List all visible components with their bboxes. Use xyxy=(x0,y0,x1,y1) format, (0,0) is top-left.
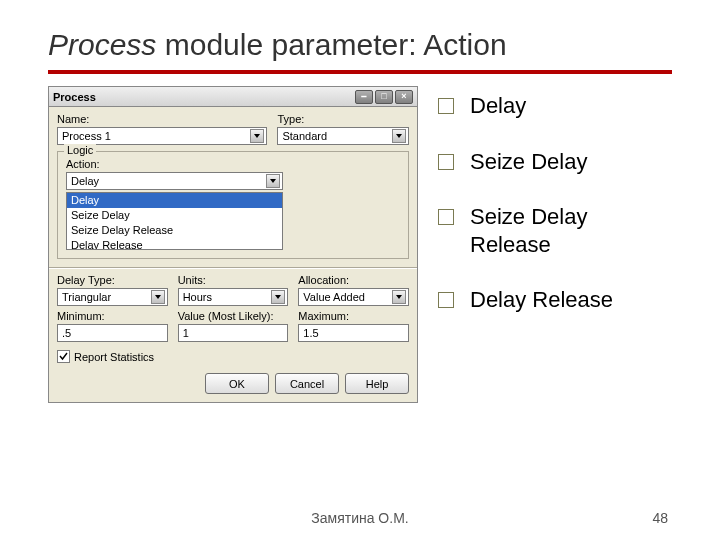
footer-page: 48 xyxy=(652,510,668,526)
units-field[interactable]: Hours xyxy=(178,288,289,306)
title-word1: Process xyxy=(48,28,156,61)
type-label: Type: xyxy=(277,113,409,125)
name-field[interactable]: Process 1 xyxy=(57,127,267,145)
bullet-box-icon xyxy=(438,98,454,114)
type-field[interactable]: Standard xyxy=(277,127,409,145)
allocation-field[interactable]: Value Added xyxy=(298,288,409,306)
logic-group: Logic Action: Delay Delay Seize Delay Se… xyxy=(57,151,409,259)
help-button[interactable]: Help xyxy=(345,373,409,394)
action-option-seize-delay[interactable]: Seize Delay xyxy=(67,208,282,223)
dialog-title: Process xyxy=(53,91,96,103)
action-value: Delay xyxy=(71,175,99,187)
chevron-down-icon xyxy=(271,290,285,304)
check-icon xyxy=(59,352,68,361)
report-stats-checkbox[interactable] xyxy=(57,350,70,363)
delay-type-label: Delay Type: xyxy=(57,274,168,286)
title-word3: parameter: Action xyxy=(271,28,506,61)
divider xyxy=(49,267,417,268)
bullet-box-icon xyxy=(438,154,454,170)
action-option-seize-delay-release[interactable]: Seize Delay Release xyxy=(67,223,282,238)
close-button[interactable]: × xyxy=(395,90,413,104)
minimum-field[interactable]: .5 xyxy=(57,324,168,342)
name-value: Process 1 xyxy=(62,130,111,142)
bullet-seize-delay: Seize Delay xyxy=(438,148,672,176)
action-dropdown-list[interactable]: Delay Seize Delay Seize Delay Release De… xyxy=(66,192,283,250)
report-stats-label: Report Statistics xyxy=(74,351,154,363)
name-label: Name: xyxy=(57,113,267,125)
chevron-down-icon xyxy=(392,129,406,143)
minimize-button[interactable]: ‒ xyxy=(355,90,373,104)
ok-button[interactable]: OK xyxy=(205,373,269,394)
most-likely-label: Value (Most Likely): xyxy=(178,310,289,322)
allocation-value: Value Added xyxy=(303,291,365,303)
action-label: Action: xyxy=(66,158,400,170)
maximum-field[interactable]: 1.5 xyxy=(298,324,409,342)
action-option-delay[interactable]: Delay xyxy=(67,193,282,208)
minimum-label: Minimum: xyxy=(57,310,168,322)
chevron-down-icon xyxy=(250,129,264,143)
bullet-box-icon xyxy=(438,209,454,225)
action-option-delay-release[interactable]: Delay Release xyxy=(67,238,282,250)
allocation-label: Allocation: xyxy=(298,274,409,286)
chevron-down-icon xyxy=(151,290,165,304)
process-dialog: Process ‒ □ × Name: Process 1 xyxy=(48,86,418,403)
delay-type-value: Triangular xyxy=(62,291,111,303)
maximize-button[interactable]: □ xyxy=(375,90,393,104)
action-field[interactable]: Delay xyxy=(66,172,283,190)
slide-title: Process module parameter: Action xyxy=(48,28,672,62)
bullet-list: Delay Seize Delay Seize Delay Release De… xyxy=(438,86,672,403)
chevron-down-icon xyxy=(266,174,280,188)
logic-legend: Logic xyxy=(64,144,96,156)
footer-author: Замятина О.М. xyxy=(0,510,720,526)
chevron-down-icon xyxy=(392,290,406,304)
bullet-seize-delay-release: Seize Delay Release xyxy=(438,203,672,258)
units-value: Hours xyxy=(183,291,212,303)
cancel-button[interactable]: Cancel xyxy=(275,373,339,394)
bullet-delay: Delay xyxy=(438,92,672,120)
most-likely-field[interactable]: 1 xyxy=(178,324,289,342)
dialog-titlebar: Process ‒ □ × xyxy=(49,87,417,107)
bullet-box-icon xyxy=(438,292,454,308)
title-rule xyxy=(48,70,672,74)
maximum-label: Maximum: xyxy=(298,310,409,322)
type-value: Standard xyxy=(282,130,327,142)
delay-type-field[interactable]: Triangular xyxy=(57,288,168,306)
units-label: Units: xyxy=(178,274,289,286)
title-word2: module xyxy=(156,28,271,61)
slide-footer: Замятина О.М. 48 xyxy=(0,510,720,526)
bullet-delay-release: Delay Release xyxy=(438,286,672,314)
